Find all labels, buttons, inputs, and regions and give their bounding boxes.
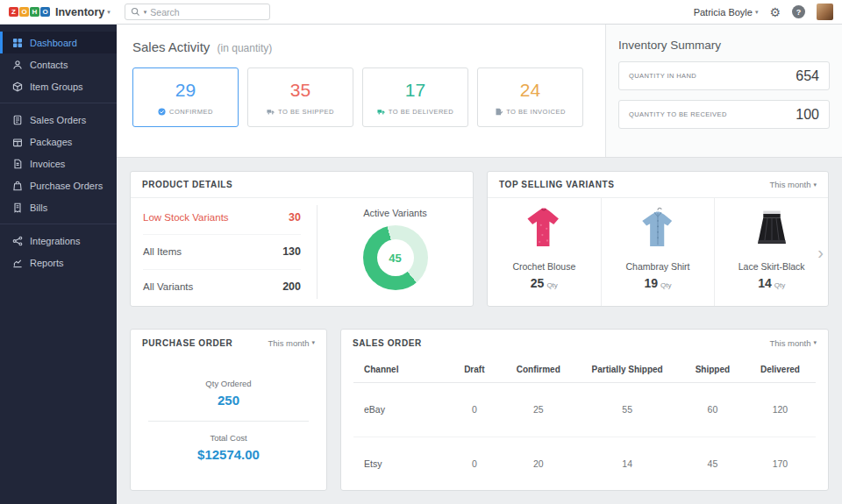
all-items-row[interactable]: All Items 130 bbox=[143, 235, 301, 269]
to-be-invoiced-card[interactable]: 24 TO BE INVOICED bbox=[477, 67, 583, 127]
app-switcher-caret-icon[interactable]: ▾ bbox=[107, 9, 111, 16]
sales-activity-cards: 29 CONFIRMED 35 TO BE SHIPPED 17 bbox=[132, 67, 605, 127]
sales-activity-title: Sales Activity (in quantity) bbox=[132, 39, 605, 54]
sidebar-item-label: Reports bbox=[30, 258, 64, 268]
filter-caret-icon: ▾ bbox=[813, 339, 817, 346]
top-selling-filter[interactable]: This month▾ bbox=[769, 180, 817, 189]
sidebar-item-label: Packages bbox=[30, 137, 72, 147]
search-input[interactable] bbox=[150, 7, 263, 18]
to-be-delivered-label: TO BE DELIVERED bbox=[377, 108, 453, 116]
user-name-label: Patricia Boyle bbox=[694, 7, 753, 18]
product-details-title: PRODUCT DETAILS bbox=[142, 180, 232, 189]
inventory-summary-panel: Inventory Summary QUANTITY IN HAND 654 Q… bbox=[605, 25, 842, 157]
quantity-to-be-received-row: QUANTITY TO BE RECEIVED 100 bbox=[618, 100, 830, 129]
product-details-header: PRODUCT DETAILS bbox=[131, 172, 473, 198]
integrations-icon bbox=[11, 235, 23, 246]
contacts-icon bbox=[11, 59, 23, 70]
check-circle-icon bbox=[158, 108, 166, 116]
sales-activity-panel: Sales Activity (in quantity) 29 CONFIRME… bbox=[117, 25, 605, 157]
search-icon bbox=[131, 7, 140, 17]
user-menu[interactable]: Patricia Boyle ▾ bbox=[694, 7, 759, 18]
sidebar-item-purchase-orders[interactable]: Purchase Orders bbox=[0, 174, 117, 196]
carousel-next-icon[interactable]: › bbox=[816, 242, 825, 263]
logo-letter-z: Z bbox=[9, 7, 18, 17]
logo-letter-o2: O bbox=[40, 7, 50, 17]
delivery-truck-icon bbox=[377, 108, 385, 116]
logo-letter-h: H bbox=[30, 7, 39, 17]
item-groups-icon bbox=[11, 81, 23, 92]
all-variants-row[interactable]: All Variants 200 bbox=[143, 270, 301, 303]
truck-icon bbox=[267, 108, 275, 116]
active-variants-label: Active Variants bbox=[363, 208, 427, 218]
quantity-in-hand-value: 654 bbox=[796, 68, 819, 84]
bottom-row: PURCHASE ORDER This month▾ Qty Ordered 2… bbox=[130, 329, 829, 491]
sidebar-item-label: Integrations bbox=[30, 236, 80, 246]
to-be-shipped-count: 35 bbox=[290, 80, 310, 101]
top-selling-title: TOP SELLING VARIANTS bbox=[499, 180, 614, 189]
sidebar-item-sales-orders[interactable]: Sales Orders bbox=[0, 109, 117, 131]
top-selling-header: TOP SELLING VARIANTS This month▾ bbox=[488, 172, 828, 198]
product-details-card: PRODUCT DETAILS Low Stock Variants 30 Al… bbox=[130, 171, 474, 307]
sidebar-item-integrations[interactable]: Integrations bbox=[0, 230, 117, 252]
sidebar-item-item-groups[interactable]: Item Groups bbox=[0, 75, 117, 97]
invoices-icon bbox=[11, 158, 23, 169]
purchase-order-title: PURCHASE ORDER bbox=[142, 338, 232, 348]
table-row-ebay: eBay 0 25 55 60 120 bbox=[353, 383, 816, 437]
product-details-body: Low Stock Variants 30 All Items 130 All … bbox=[131, 198, 473, 306]
confirmed-card[interactable]: 29 CONFIRMED bbox=[132, 67, 239, 127]
low-stock-variants-row[interactable]: Low Stock Variants 30 bbox=[143, 201, 301, 235]
packages-icon bbox=[11, 136, 23, 147]
sales-order-table-header: Channel Draft Confirmed Partially Shippe… bbox=[353, 356, 816, 383]
sales-order-filter[interactable]: This month▾ bbox=[769, 338, 817, 348]
settings-gear-icon[interactable]: ⚙ bbox=[769, 6, 781, 18]
purchase-order-card: PURCHASE ORDER This month▾ Qty Ordered 2… bbox=[130, 329, 327, 491]
to-be-invoiced-count: 24 bbox=[520, 80, 540, 101]
bills-icon bbox=[11, 202, 23, 213]
user-menu-caret-icon: ▾ bbox=[755, 9, 759, 16]
total-cost-label: Total Cost bbox=[210, 433, 246, 443]
top-strip: Sales Activity (in quantity) 29 CONFIRME… bbox=[117, 25, 842, 158]
chambray-shirt-image bbox=[632, 204, 683, 257]
top-selling-item-crochet-blouse[interactable]: Crochet Blouse 25 Qty bbox=[488, 198, 602, 306]
purchase-order-filter[interactable]: This month▾ bbox=[268, 338, 315, 348]
sidebar-item-packages[interactable]: Packages bbox=[0, 131, 117, 153]
app-name: Inventory bbox=[55, 6, 104, 18]
purchase-order-divider bbox=[148, 421, 309, 422]
table-row-etsy: Etsy 0 20 14 45 170 bbox=[353, 437, 816, 491]
sidebar-item-reports[interactable]: Reports bbox=[0, 252, 117, 273]
active-variants-value: 45 bbox=[389, 252, 401, 265]
reports-icon bbox=[11, 257, 23, 268]
sidebar-item-label: Bills bbox=[30, 202, 47, 213]
sidebar-item-invoices[interactable]: Invoices bbox=[0, 153, 117, 174]
search-category-caret-icon[interactable]: ▾ bbox=[144, 9, 147, 16]
sidebar-item-label: Purchase Orders bbox=[30, 181, 103, 191]
sidebar-item-dashboard[interactable]: Dashboard bbox=[0, 32, 117, 53]
sidebar-item-bills[interactable]: Bills bbox=[0, 196, 117, 218]
total-cost-value: $12574.00 bbox=[197, 447, 260, 462]
help-icon[interactable]: ? bbox=[792, 5, 805, 18]
top-selling-item-chambray-shirt[interactable]: Chambray Shirt 19 Qty bbox=[602, 198, 716, 306]
zoho-logo[interactable]: Z O H O Inventory ▾ bbox=[9, 6, 111, 18]
to-be-delivered-card[interactable]: 17 TO BE DELIVERED bbox=[362, 67, 468, 127]
middle-row: PRODUCT DETAILS Low Stock Variants 30 Al… bbox=[130, 171, 829, 307]
sidebar-item-label: Invoices bbox=[30, 159, 65, 169]
to-be-delivered-count: 17 bbox=[405, 80, 425, 101]
user-avatar[interactable] bbox=[817, 4, 833, 20]
to-be-shipped-card[interactable]: 35 TO BE SHIPPED bbox=[247, 67, 353, 127]
sales-activity-title-text: Sales Activity bbox=[132, 39, 210, 54]
filter-caret-icon: ▾ bbox=[311, 339, 315, 346]
sales-order-title: SALES ORDER bbox=[353, 338, 422, 348]
quantity-to-be-received-value: 100 bbox=[796, 107, 819, 123]
main-content: Sales Activity (in quantity) 29 CONFIRME… bbox=[117, 25, 842, 504]
sidebar-item-label: Item Groups bbox=[30, 82, 83, 92]
active-variants-chart-area: Active Variants 45 bbox=[318, 198, 473, 306]
qty-ordered-value: 250 bbox=[218, 393, 239, 408]
sidebar-item-contacts[interactable]: Contacts bbox=[0, 53, 117, 75]
sales-order-table: Channel Draft Confirmed Partially Shippe… bbox=[341, 356, 828, 490]
sales-order-card: SALES ORDER This month▾ Channel Draft Co… bbox=[340, 329, 829, 491]
top-selling-item-lace-skirt[interactable]: Lace Skirt-Black 14 Qty bbox=[715, 198, 828, 306]
search-box[interactable]: ▾ bbox=[125, 4, 270, 20]
to-be-shipped-label: TO BE SHIPPED bbox=[267, 108, 334, 116]
purchase-order-header: PURCHASE ORDER This month▾ bbox=[131, 330, 326, 356]
quantity-in-hand-label: QUANTITY IN HAND bbox=[629, 72, 696, 80]
